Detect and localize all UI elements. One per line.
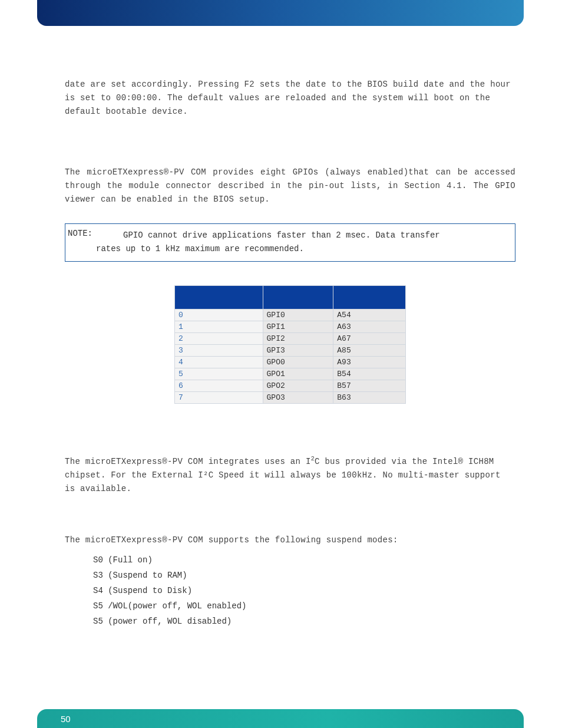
table-header-3 <box>333 286 406 309</box>
gpio-table: 0 GPI0 A54 1 GPI1 A63 2 GPI2 A67 3 GPI3 <box>174 285 406 404</box>
footer-bar: 50 <box>37 709 524 728</box>
table-row: 0 GPI0 A54 <box>175 309 406 321</box>
list-item: S5 /WOL(power off, WOL enabled) <box>93 601 515 611</box>
cell-pin: A85 <box>333 345 406 357</box>
paragraph-gpio-intro: The microETXexpress®-PV COM provides eig… <box>65 166 515 206</box>
cell-name: GPI0 <box>263 309 333 321</box>
cell-name: GPO1 <box>263 368 333 380</box>
i2c-text-pre: The microETXexpress®-PV COM integrates u… <box>65 457 311 466</box>
cell-idx: 0 <box>175 309 263 321</box>
page-number: 50 <box>61 714 71 724</box>
page-content: date are set accordingly. Pressing F2 se… <box>65 78 515 632</box>
cell-name: GPO0 <box>263 357 333 368</box>
cell-idx: 1 <box>175 321 263 333</box>
cell-name: GPI2 <box>263 333 333 345</box>
table-header-1 <box>175 286 263 309</box>
table-row: 6 GPO2 B57 <box>175 380 406 392</box>
note-box: NOTE: GPIO cannot drive applications fas… <box>65 223 515 262</box>
cell-idx: 4 <box>175 357 263 368</box>
table-row: 3 GPI3 A85 <box>175 345 406 357</box>
cell-name: GPI1 <box>263 321 333 333</box>
list-item: S0 (Full on) <box>93 555 515 565</box>
cell-pin: A63 <box>333 321 406 333</box>
paragraph-i2c: The microETXexpress®-PV COM integrates u… <box>65 454 515 496</box>
list-item: S3 (Suspend to RAM) <box>93 571 515 580</box>
cell-pin: A93 <box>333 357 406 368</box>
note-text-line2: rates up to 1 kHz maximum are recommende… <box>96 242 509 256</box>
table-header-2 <box>263 286 333 309</box>
cell-name: GPI3 <box>263 345 333 357</box>
list-item: S5 (power off, WOL disabled) <box>93 617 515 626</box>
table-row: 4 GPO0 A93 <box>175 357 406 368</box>
cell-pin: B57 <box>333 380 406 392</box>
cell-idx: 6 <box>175 380 263 392</box>
cell-name: GPO3 <box>263 392 333 404</box>
gpio-table-wrap: 0 GPI0 A54 1 GPI1 A63 2 GPI2 A67 3 GPI3 <box>174 285 406 404</box>
cell-pin: B63 <box>333 392 406 404</box>
cell-idx: 5 <box>175 368 263 380</box>
table-row: 5 GPO1 B54 <box>175 368 406 380</box>
paragraph-suspend-intro: The microETXexpress®-PV COM supports the… <box>65 533 515 547</box>
note-text-line1: GPIO cannot drive applications faster th… <box>123 229 509 243</box>
cell-name: GPO2 <box>263 380 333 392</box>
list-item: S4 (Suspend to Disk) <box>93 586 515 595</box>
table-row: 2 GPI2 A67 <box>175 333 406 345</box>
suspend-mode-list: S0 (Full on) S3 (Suspend to RAM) S4 (Sus… <box>93 555 515 626</box>
cell-idx: 3 <box>175 345 263 357</box>
note-label: NOTE: <box>68 229 123 243</box>
cell-idx: 7 <box>175 392 263 404</box>
cell-pin: B54 <box>333 368 406 380</box>
header-bar <box>37 0 524 26</box>
cell-pin: A54 <box>333 309 406 321</box>
table-row: 1 GPI1 A63 <box>175 321 406 333</box>
table-row: 7 GPO3 B63 <box>175 392 406 404</box>
cell-idx: 2 <box>175 333 263 345</box>
paragraph-bios-date: date are set accordingly. Pressing F2 se… <box>65 78 515 118</box>
cell-pin: A67 <box>333 333 406 345</box>
